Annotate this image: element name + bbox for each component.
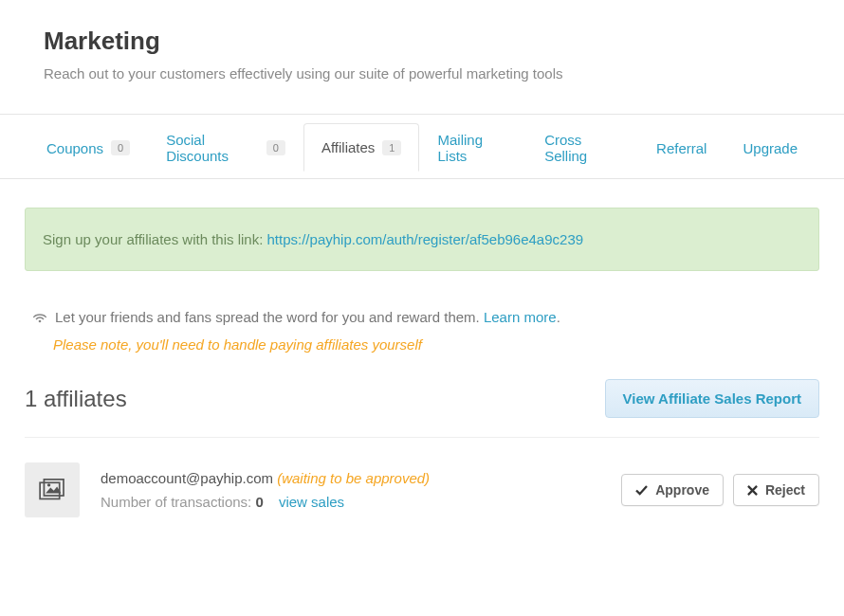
avatar-placeholder [25, 462, 80, 517]
tab-label: Affiliates [321, 139, 375, 155]
info-text: Let your friends and fans spread the wor… [55, 309, 560, 325]
learn-more-link[interactable]: Learn more [484, 309, 557, 325]
broadcast-icon [32, 311, 47, 324]
page-header: Marketing Reach out to your customers ef… [0, 0, 844, 115]
content-area: Sign up your affiliates with this link: … [0, 179, 844, 555]
tab-upgrade[interactable]: Upgrade [725, 124, 816, 172]
approve-button[interactable]: Approve [621, 474, 724, 506]
tab-label: Mailing Lists [437, 132, 508, 164]
tab-badge: 0 [266, 140, 285, 155]
tab-label: Upgrade [743, 140, 798, 156]
affiliate-transactions: Number of transactions: 0 view sales [101, 494, 600, 510]
affiliate-email: demoaccount@payhip.com [101, 470, 273, 486]
affiliates-header-row: 1 affiliates View Affiliate Sales Report [25, 379, 819, 438]
svg-point-3 [47, 483, 50, 486]
payment-note: Please note, you'll need to handle payin… [25, 336, 819, 353]
approve-label: Approve [655, 482, 709, 498]
signup-link[interactable]: https://payhip.com/auth/register/af5eb96… [267, 231, 584, 247]
signup-link-alert: Sign up your affiliates with this link: … [25, 208, 819, 271]
tab-badge: 0 [111, 140, 130, 155]
tx-count: 0 [255, 494, 263, 510]
alert-prefix: Sign up your affiliates with this link: [43, 231, 267, 247]
tab-label: Referral [656, 140, 706, 156]
view-sales-link[interactable]: view sales [279, 494, 344, 510]
affiliate-actions: Approve Reject [621, 474, 819, 506]
tab-mailing-lists[interactable]: Mailing Lists [419, 116, 526, 179]
close-icon [747, 485, 758, 496]
reject-button[interactable]: Reject [733, 474, 819, 506]
affiliate-row: demoaccount@payhip.com (waiting to be ap… [25, 438, 819, 527]
image-icon [39, 479, 65, 501]
tab-coupons[interactable]: Coupons 0 [28, 124, 148, 172]
tab-social-discounts[interactable]: Social Discounts 0 [148, 116, 303, 179]
affiliate-identity: demoaccount@payhip.com (waiting to be ap… [101, 470, 600, 486]
view-sales-report-button[interactable]: View Affiliate Sales Report [605, 379, 819, 418]
tab-affiliates[interactable]: Affiliates 1 [303, 123, 420, 172]
affiliate-status: (waiting to be approved) [277, 470, 430, 486]
info-line: Let your friends and fans spread the wor… [25, 309, 819, 325]
tabs-bar: Coupons 0 Social Discounts 0 Affiliates … [0, 115, 844, 179]
tab-badge: 1 [382, 140, 401, 155]
tab-cross-selling[interactable]: Cross Selling [526, 116, 638, 179]
reject-label: Reject [765, 482, 805, 498]
tx-label: Number of transactions: [101, 494, 255, 510]
affiliate-info: demoaccount@payhip.com (waiting to be ap… [101, 470, 600, 510]
affiliates-count: 1 affiliates [25, 386, 127, 412]
svg-point-0 [39, 319, 42, 322]
tab-label: Social Discounts [166, 132, 259, 164]
tab-label: Coupons [46, 140, 103, 156]
check-icon [635, 485, 648, 496]
page-title: Marketing [44, 27, 800, 56]
page-subtitle: Reach out to your customers effectively … [44, 65, 800, 82]
tab-label: Cross Selling [544, 132, 620, 164]
tab-referral[interactable]: Referral [638, 124, 725, 172]
